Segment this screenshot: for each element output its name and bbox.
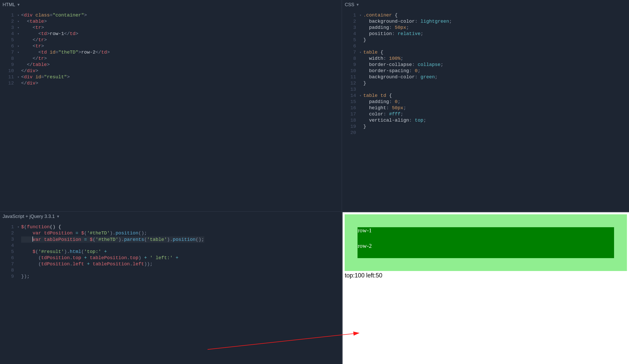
css-pane-header[interactable]: CSS ▼ [342,0,629,9]
js-editor-pane: JavaScript + jQuery 3.3.1 ▼ 123456789 ▾ … [0,212,342,364]
output-cell-row1: row-1 [358,227,614,243]
chevron-down-icon: ▼ [56,214,60,218]
js-pane-title: JavaScript + jQuery 3.3.1 [3,214,55,219]
table-row: row-1 [358,227,614,243]
css-pane-title: CSS [345,2,354,7]
html-code-lines[interactable]: <div class="container"> <table> <tr> <td… [21,12,110,87]
html-pane-title: HTML [3,2,15,7]
output-result-text: top:100 left:50 [345,272,627,279]
output-table: row-1 row-2 [358,227,614,258]
output-cell-row2: row-2 [358,243,614,258]
chevron-down-icon: ▼ [17,3,20,7]
html-fold-column: ▾▾▾▾▾▾▾ [15,12,21,87]
html-code-editor[interactable]: 123456789101112 ▾▾▾▾▾▾▾ <div class="cont… [0,9,342,90]
js-code-lines[interactable]: $(function() { var tdPosition = $('#theT… [21,224,204,280]
css-code-editor[interactable]: 1234567891011121314151617181920 ▾▾▾ .con… [342,9,629,139]
table-row: row-2 [358,243,614,258]
css-gutter: 1234567891011121314151617181920 [342,12,358,136]
output-container: row-1 row-2 [345,214,627,271]
css-code-lines[interactable]: .container { background-color: lightgree… [363,12,452,136]
output-body: row-1 row-2 top:100 left:50 [343,212,629,281]
output-pane: row-1 row-2 top:100 left:50 [342,212,629,364]
css-fold-column: ▾▾▾ [358,12,363,136]
js-code-editor[interactable]: 123456789 ▾ $(function() { var tdPositio… [0,221,342,283]
html-pane-header[interactable]: HTML ▼ [0,0,342,9]
chevron-down-icon: ▼ [356,3,359,7]
js-pane-header[interactable]: JavaScript + jQuery 3.3.1 ▼ [0,212,342,221]
html-gutter: 123456789101112 [0,12,15,87]
js-fold-column: ▾ [15,224,21,280]
js-gutter: 123456789 [0,224,15,280]
css-editor-pane: CSS ▼ 1234567891011121314151617181920 ▾▾… [342,0,629,212]
html-editor-pane: HTML ▼ 123456789101112 ▾▾▾▾▾▾▾ <div clas… [0,0,342,212]
